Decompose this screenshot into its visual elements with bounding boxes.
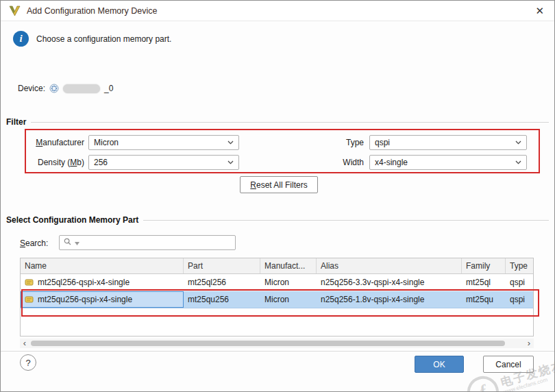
- chevron-down-icon: [227, 160, 234, 164]
- manufacturer-label: Manufacturer: [21, 138, 84, 147]
- info-icon: i: [13, 31, 29, 47]
- device-name-suffix: _0: [104, 84, 113, 93]
- add-config-memory-dialog: Add Configuration Memory Device ✕ i Choo…: [0, 0, 555, 392]
- horizontal-scrollbar[interactable]: ‹ ›: [20, 339, 534, 348]
- manufacturer-select[interactable]: Micron: [88, 135, 239, 150]
- memory-part-table: Name Part Manufact... Alias Family Type …: [20, 258, 534, 336]
- watermark-logo: f: [464, 372, 503, 392]
- parts-section-header: Select Configuration Memory Part: [6, 215, 549, 225]
- column-header-family[interactable]: Family: [462, 258, 506, 273]
- part-name: mt25ql256-qspi-x4-single: [38, 274, 130, 291]
- search-label: Search:: [20, 238, 48, 248]
- help-button[interactable]: ?: [20, 354, 36, 371]
- part-family: mt25qu: [462, 291, 506, 308]
- filter-section-title: Filter: [6, 117, 26, 127]
- scroll-right-icon[interactable]: ›: [524, 339, 534, 348]
- column-header-part[interactable]: Part: [184, 258, 260, 273]
- label-fragment: earch:: [25, 238, 48, 248]
- label-fragment: b): [77, 158, 84, 167]
- label-fragment: R: [250, 180, 256, 190]
- reset-all-filters-button[interactable]: Reset All Filters: [240, 176, 318, 193]
- title-bar: Add Configuration Memory Device ✕: [1, 1, 554, 21]
- label-fragment: Type: [346, 138, 364, 147]
- label-fragment: M: [36, 138, 42, 147]
- watermark-url: www.elecfans.com: [503, 371, 555, 392]
- device-label: Device:: [18, 84, 45, 93]
- memory-part-icon: [25, 278, 34, 286]
- part-type: qspi: [506, 291, 534, 308]
- device-chip-icon: [49, 84, 59, 93]
- width-value: x4-single: [375, 158, 511, 167]
- part-alias: n25q256-3.3v-qspi-x4-single: [317, 274, 462, 291]
- chevron-down-icon: [515, 160, 521, 164]
- label-fragment: eset All Filters: [256, 180, 308, 190]
- part-number: mt25qu256: [184, 291, 260, 308]
- density-label: Density (Mb): [21, 158, 84, 167]
- part-manufacturer: Micron: [260, 274, 317, 291]
- close-icon[interactable]: ✕: [533, 5, 546, 16]
- section-divider: [143, 220, 549, 221]
- type-value: qspi: [375, 138, 511, 147]
- part-manufacturer: Micron: [260, 291, 317, 308]
- window-title: Add Configuration Memory Device: [27, 6, 157, 16]
- chevron-down-icon: [227, 140, 234, 145]
- table-row[interactable]: mt25ql256-qspi-x4-single mt25ql256 Micro…: [21, 274, 533, 291]
- label-fragment: S: [20, 238, 25, 248]
- column-header-manufacturer[interactable]: Manufact...: [260, 258, 317, 273]
- cancel-button[interactable]: Cancel: [483, 356, 534, 373]
- scrollbar-track[interactable]: [29, 339, 524, 348]
- part-type: qspi: [506, 274, 534, 291]
- part-alias: n25q256-1.8v-qspi-x4-single: [317, 291, 462, 308]
- device-name-redacted: [63, 84, 100, 93]
- label-fragment: M: [70, 158, 77, 167]
- type-select[interactable]: qspi: [369, 135, 527, 150]
- vivado-logo-icon: [9, 5, 21, 16]
- label-fragment: anufacturer: [42, 138, 84, 147]
- part-number: mt25ql256: [184, 274, 260, 291]
- search-input[interactable]: [59, 235, 236, 250]
- ok-button[interactable]: OK: [415, 356, 464, 373]
- footer-divider: [1, 351, 554, 352]
- scrollbar-thumb[interactable]: [31, 341, 505, 346]
- memory-part-icon: [25, 295, 34, 304]
- info-message-row: i Choose a configuration memory part.: [13, 31, 171, 47]
- part-name: mt25qu256-qspi-x4-single: [38, 291, 132, 308]
- search-icon: [64, 238, 73, 248]
- parts-section-title: Select Configuration Memory Part: [6, 215, 138, 225]
- width-label: Width: [316, 158, 364, 167]
- label-fragment: Density (: [38, 158, 70, 167]
- section-divider: [31, 122, 549, 123]
- chevron-down-icon: [515, 140, 521, 145]
- scroll-left-icon[interactable]: ‹: [20, 339, 29, 348]
- part-family: mt25ql: [462, 274, 506, 291]
- search-dropdown-icon: [75, 238, 79, 247]
- column-header-alias[interactable]: Alias: [317, 258, 462, 273]
- manufacturer-value: Micron: [94, 138, 223, 147]
- table-row-selected[interactable]: mt25qu256-qspi-x4-single mt25qu256 Micro…: [21, 291, 533, 308]
- label-fragment: Width: [343, 158, 364, 167]
- density-value: 256: [94, 158, 223, 167]
- filter-section-header: Filter: [6, 117, 549, 127]
- width-select[interactable]: x4-single: [369, 155, 527, 170]
- column-header-type[interactable]: Type: [506, 258, 534, 273]
- type-label: Type: [316, 138, 364, 147]
- column-header-name[interactable]: Name: [21, 258, 184, 273]
- device-row: Device: _0: [18, 83, 113, 94]
- density-select[interactable]: 256: [88, 155, 239, 170]
- table-header-row: Name Part Manufact... Alias Family Type: [21, 258, 533, 274]
- info-message: Choose a configuration memory part.: [36, 34, 171, 44]
